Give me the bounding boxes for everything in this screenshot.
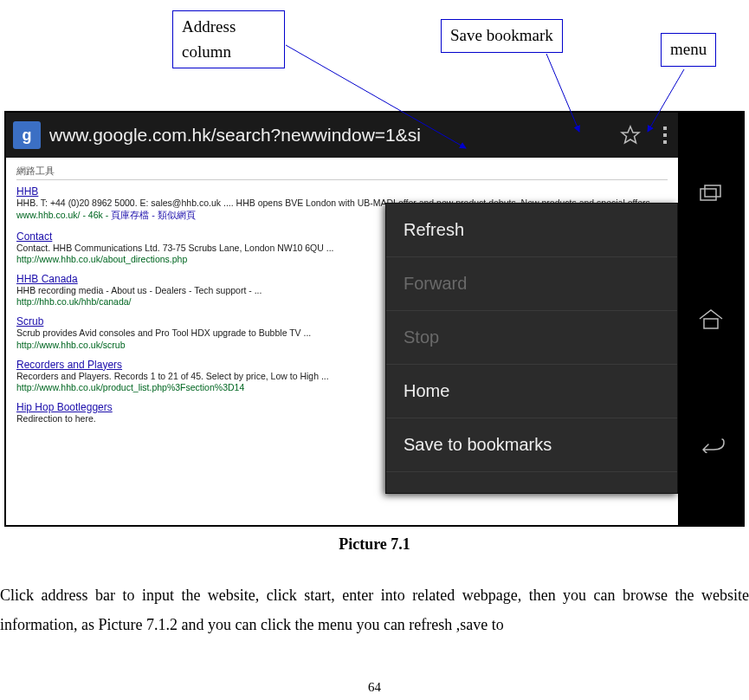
- svg-rect-4: [701, 189, 716, 200]
- overflow-menu: Refresh Forward Stop Home Save to bookma…: [385, 203, 678, 494]
- result-extra[interactable]: 頁庫存檔 - 類似網頁: [111, 210, 196, 220]
- svg-marker-3: [622, 126, 639, 143]
- bookmark-star-icon[interactable]: [617, 122, 643, 148]
- device-screen: g www.google.com.hk/search?newwindow=1&s…: [6, 113, 678, 525]
- system-navbar: [678, 113, 743, 525]
- result-link[interactable]: HHB Canada: [16, 273, 78, 285]
- back-icon[interactable]: [694, 427, 728, 462]
- address-bar[interactable]: www.google.com.hk/search?newwindow=1&si: [49, 125, 609, 146]
- callout-bookmark: Save bookmark: [441, 19, 563, 53]
- result-link[interactable]: Hip Hop Bootleggers: [16, 401, 113, 413]
- menu-item-save-bookmark[interactable]: Save to bookmarks: [386, 418, 677, 472]
- body-paragraph: Click address bar to input the website, …: [0, 580, 749, 639]
- result-link[interactable]: Recorders and Players: [16, 359, 122, 371]
- svg-rect-5: [705, 185, 720, 197]
- overflow-menu-icon[interactable]: [659, 122, 671, 148]
- screenshot-figure: g www.google.com.hk/search?newwindow=1&s…: [4, 111, 745, 527]
- menu-item-more[interactable]: [386, 472, 677, 493]
- svg-rect-6: [704, 319, 718, 328]
- callout-menu: menu: [661, 33, 716, 67]
- google-app-icon[interactable]: g: [13, 121, 41, 149]
- menu-item-stop: Stop: [386, 311, 677, 365]
- menu-item-home[interactable]: Home: [386, 365, 677, 418]
- recent-apps-icon[interactable]: [694, 176, 728, 211]
- result-url: www.hhb.co.uk/ - 46k -: [16, 210, 111, 220]
- browser-toolbar: g www.google.com.hk/search?newwindow=1&s…: [6, 113, 678, 158]
- menu-item-refresh[interactable]: Refresh: [386, 204, 677, 257]
- webpage-content[interactable]: 網路工具 HHB HHB. T: +44 (0)20 8962 5000. E:…: [6, 158, 678, 525]
- result-link[interactable]: Contact: [16, 230, 52, 243]
- callout-address: Address column: [172, 10, 285, 68]
- home-icon[interactable]: [694, 301, 728, 336]
- results-heading: 網路工具: [16, 165, 668, 180]
- menu-item-forward: Forward: [386, 257, 677, 311]
- result-link[interactable]: Scrub: [16, 315, 43, 327]
- page-number: 64: [0, 680, 749, 695]
- result-link[interactable]: HHB: [16, 185, 38, 198]
- figure-caption: Picture 7.1: [0, 535, 749, 554]
